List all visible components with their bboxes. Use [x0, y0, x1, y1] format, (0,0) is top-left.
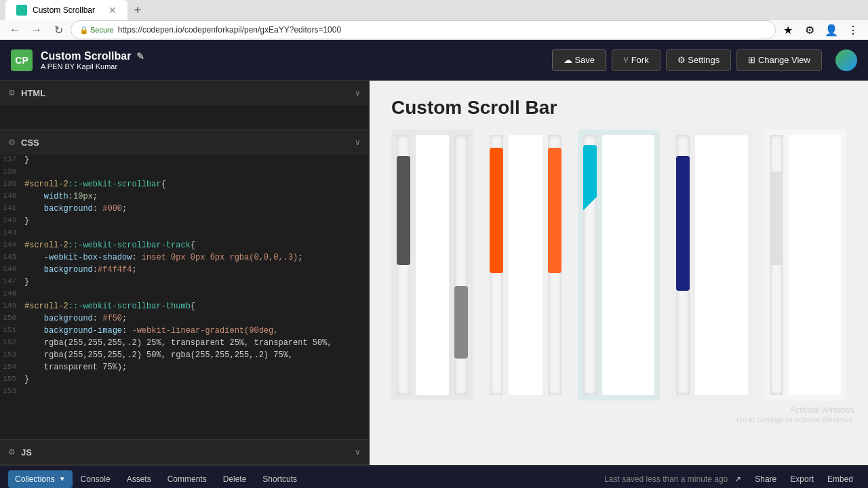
scroll-track[interactable] [583, 135, 597, 395]
html-collapse-icon[interactable]: ∨ [355, 88, 361, 98]
embed-button[interactable]: Embed [821, 470, 860, 488]
scroll-thumb[interactable] [490, 148, 503, 272]
code-line: 143 [0, 228, 369, 240]
app-footer: Collections ▼ Console Assets Comments De… [0, 465, 868, 488]
editor-pane: ⚙ HTML ∨ ⚙ CSS ∨ 137}138139#scroll-2::-w… [0, 81, 370, 465]
js-section: ⚙ JS ∨ [0, 440, 369, 465]
console-button[interactable]: Console [73, 470, 119, 488]
forward-button[interactable]: → [27, 20, 46, 39]
preview-pane: Custom Scroll Bar Activate WindowsGo to … [370, 81, 868, 465]
js-settings-icon[interactable]: ⚙ [8, 447, 16, 457]
code-line: 153 [0, 386, 369, 399]
assets-button[interactable]: Assets [119, 470, 159, 488]
scroll-thumb[interactable] [770, 171, 783, 265]
line-content: #scroll-2::-webkit-scrollbar-thumb{ [24, 302, 369, 312]
line-number: 154 [0, 363, 24, 373]
menu-button[interactable]: ⋮ [844, 20, 863, 39]
external-link-button[interactable]: ↗ [728, 470, 748, 488]
code-line: 153 rgba(255,255,255,.2) 50%, rgba(255,2… [0, 350, 369, 362]
tab-favicon [16, 5, 27, 16]
js-section-title: JS [21, 447, 349, 458]
header-buttons: ☁ Save ⑂ Fork ⚙ Settings ⊞ Change View [552, 49, 822, 71]
css-collapse-icon[interactable]: ∨ [355, 138, 361, 147]
bookmark-button[interactable]: ★ [778, 20, 797, 39]
profile-button[interactable]: 👤 [822, 20, 841, 39]
new-tab-button[interactable]: + [127, 0, 148, 20]
comments-button[interactable]: Comments [159, 470, 215, 488]
line-number: 139 [0, 180, 24, 190]
html-editor[interactable] [0, 105, 369, 129]
scrollbar-demo-4 [671, 129, 753, 401]
scrollbar-demo-2 [484, 129, 566, 401]
browser-tabs: Custom Scrollbar ✕ + [0, 0, 868, 20]
scrollbar-demo-5 [764, 129, 846, 401]
change-view-button[interactable]: ⊞ Change View [736, 49, 822, 71]
secure-badge: 🔒 Secure [79, 26, 114, 35]
scroll-thumb-2[interactable] [454, 286, 468, 359]
code-line: 145 -webkit-box-shadow: inset 0px 0px 6p… [0, 252, 369, 264]
app-title: Custom Scrollbar ✎ [41, 50, 544, 62]
tab-close-button[interactable]: ✕ [108, 5, 117, 16]
back-button[interactable]: ← [5, 20, 24, 39]
app-header: CP Custom Scrollbar ✎ A PEN BY Kapil Kum… [0, 40, 868, 81]
scroll-thumb[interactable] [397, 156, 410, 265]
user-avatar[interactable] [835, 49, 857, 71]
address-bar[interactable]: 🔒 Secure https://codepen.io/codepenforka… [71, 20, 776, 39]
delete-button[interactable]: Delete [215, 470, 255, 488]
line-content: rgba(255,255,255,.2) 25%, transparent 25… [24, 338, 369, 349]
editor-layout: ⚙ HTML ∨ ⚙ CSS ∨ 137}138139#scroll-2::-w… [0, 81, 868, 465]
line-number: 143 [0, 228, 24, 239]
css-section-title: CSS [21, 138, 349, 148]
windows-watermark: Activate WindowsGo to Settings to activa… [736, 405, 854, 424]
css-settings-icon[interactable]: ⚙ [8, 138, 16, 147]
active-tab[interactable]: Custom Scrollbar ✕ [5, 0, 127, 20]
edit-title-button[interactable]: ✎ [136, 51, 144, 62]
html-section-header[interactable]: ⚙ HTML ∨ [0, 81, 369, 105]
scroll-track[interactable] [490, 135, 503, 395]
css-editor[interactable]: 137}138139#scroll-2::-webkit-scrollbar{1… [0, 155, 369, 439]
line-content: } [24, 155, 369, 166]
scroll-thumb-2[interactable] [548, 148, 561, 272]
scroll-track[interactable] [676, 135, 690, 395]
line-number: 137 [0, 155, 24, 166]
css-section-header[interactable]: ⚙ CSS ∨ [0, 130, 369, 155]
line-content: #scroll-2::-webkit-scrollbar{ [24, 180, 369, 190]
extensions-button[interactable]: ⚙ [800, 20, 819, 39]
save-button[interactable]: ☁ Save [552, 49, 606, 71]
share-button[interactable]: Share [748, 470, 783, 488]
fork-button[interactable]: ⑂ Fork [612, 49, 660, 71]
line-content: } [24, 277, 369, 288]
line-content: background: #f50; [24, 314, 369, 325]
collections-dropdown[interactable]: Collections ▼ [8, 470, 73, 488]
html-section-title: HTML [21, 88, 349, 98]
line-number: 145 [0, 253, 24, 264]
js-section-header[interactable]: ⚙ JS ∨ [0, 440, 369, 464]
export-button[interactable]: Export [783, 470, 821, 488]
tab-title: Custom Scrollbar [33, 5, 95, 15]
js-collapse-icon[interactable]: ∨ [355, 447, 361, 457]
shortcuts-button[interactable]: Shortcuts [254, 470, 305, 488]
resize-handle[interactable] [864, 81, 868, 465]
line-content: rgba(255,255,255,.2) 50%, rgba(255,255,2… [24, 350, 369, 361]
scroll-thumb[interactable] [676, 156, 690, 291]
scroll-track[interactable] [770, 135, 783, 395]
scroll-track-2[interactable] [454, 135, 468, 395]
save-status: Last saved less than a minute ago [604, 474, 728, 484]
scroll-track[interactable] [397, 135, 410, 395]
scroll-track-2[interactable] [548, 135, 561, 395]
html-section: ⚙ HTML ∨ [0, 81, 369, 130]
settings-button[interactable]: ⚙ Settings [666, 49, 732, 71]
code-line: 148 [0, 289, 369, 301]
line-number: 153 [0, 387, 24, 398]
browser-nav: ← → ↻ 🔒 Secure https://codepen.io/codepe… [0, 20, 868, 40]
line-number: 140 [0, 192, 24, 203]
scroll-thumb[interactable] [583, 145, 597, 262]
html-settings-icon[interactable]: ⚙ [8, 88, 16, 98]
code-line: 155} [0, 374, 369, 386]
line-number: 151 [0, 326, 24, 337]
line-number: 150 [0, 314, 24, 325]
line-number: 148 [0, 289, 24, 300]
refresh-button[interactable]: ↻ [49, 20, 68, 39]
code-line: 151 background-image: -webkit-linear-gra… [0, 325, 369, 338]
app-logo: CP [11, 49, 33, 71]
